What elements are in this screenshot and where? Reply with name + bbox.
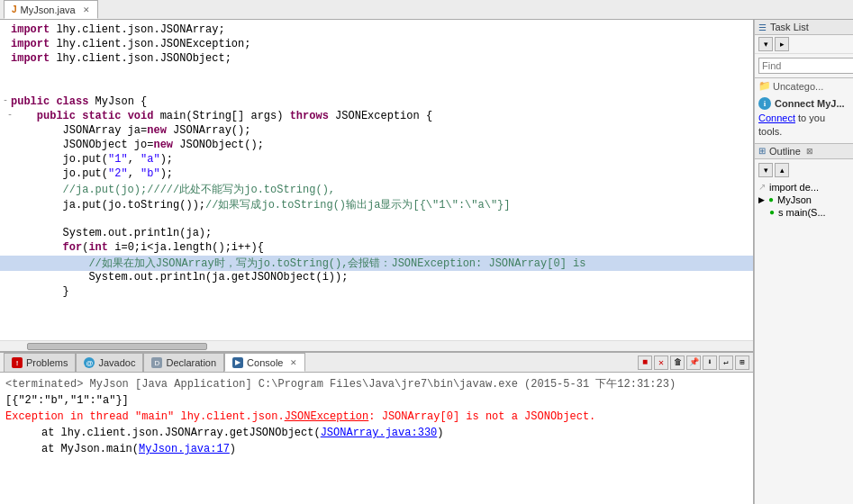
outline-btn-1[interactable]: ▾ — [758, 163, 773, 177]
code-line: System.out.println(ja.getJSONObject(i)); — [0, 271, 753, 285]
code-line: JSONObject jo=new JSONObject(); — [0, 139, 753, 153]
outline-btn-2[interactable]: ▴ — [775, 163, 789, 177]
connect-description: Connect to youtools. — [758, 112, 849, 140]
code-content: import lhy.client.json.JSONArray; import… — [0, 20, 753, 303]
horizontal-scrollbar[interactable] — [0, 340, 753, 351]
code-line — [0, 212, 753, 227]
outline-tab-indicator: ⊠ — [806, 147, 813, 156]
task-list-icon: ☰ — [758, 22, 767, 32]
outline-item-method[interactable]: ● s main(S... — [758, 206, 849, 219]
outline-import-label: import de... — [769, 182, 819, 193]
outline-item-class[interactable]: ▶ ● MyJson — [758, 194, 849, 206]
tab-problems-label: Problems — [26, 357, 68, 368]
java-file-icon: J — [12, 4, 17, 14]
class-expand-icon: ▶ — [758, 195, 765, 204]
code-line: jo.put("2", "b"); — [0, 167, 753, 182]
task-list-header: ☰ Task List — [755, 20, 853, 35]
stop-button[interactable]: ■ — [638, 356, 652, 370]
scroll-lock-button[interactable]: ⬇ — [703, 356, 717, 370]
task-list-title: Task List — [770, 22, 809, 32]
outline-title: Outline — [769, 146, 801, 157]
code-line — [0, 67, 753, 81]
code-line: } — [0, 285, 753, 300]
pin-button[interactable]: 📌 — [686, 356, 701, 370]
code-line — [0, 81, 753, 95]
tab-console-label: Console — [247, 357, 283, 368]
code-line: import lhy.client.json.JSONArray; — [0, 23, 753, 38]
code-line: //ja.put(jo);/////此处不能写为jo.toString(), — [0, 182, 753, 197]
find-section: 🔍 — [755, 54, 853, 78]
trace-link-2[interactable]: MyJson.java:17 — [139, 443, 230, 455]
uncategorized-label: Uncatego... — [773, 81, 823, 92]
task-toolbar: ▾ ▸ — [755, 35, 853, 54]
console-close-icon[interactable]: ✕ — [290, 358, 297, 367]
console-toolbar: ■ ✕ 🗑 📌 ⬇ ↵ ⊞ — [638, 356, 753, 370]
connect-link[interactable]: Connect — [758, 112, 795, 123]
editor-tab-bar: J MyJson.java ✕ — [0, 0, 853, 20]
code-editor[interactable]: import lhy.client.json.JSONArray; import… — [0, 20, 753, 340]
terminate-button[interactable]: ✕ — [654, 356, 668, 370]
outline-toolbar: ▾ ▴ — [758, 163, 849, 177]
console-trace-line-2: at MyJson.main(MyJson.java:17) — [5, 441, 748, 457]
method-circle-icon: ● — [769, 207, 775, 217]
find-input[interactable] — [758, 58, 853, 74]
console-error-line: Exception in thread "main" lhy.client.js… — [5, 409, 748, 425]
bottom-tab-bar: ! Problems @ Javadoc D Declaration ▶ Con… — [0, 353, 753, 373]
outline-icon: ⊞ — [758, 146, 766, 156]
code-line-highlighted: //如果在加入JSONArray时，写为jo.toString(),会报错：JS… — [0, 256, 753, 271]
task-btn-1[interactable]: ▾ — [758, 37, 773, 51]
tab-declaration-label: Declaration — [166, 357, 216, 368]
outline-header: ⊞ Outline ⊠ — [755, 144, 853, 159]
connect-title: Connect MyJ... — [775, 98, 845, 109]
tab-problems[interactable]: ! Problems — [4, 353, 76, 372]
info-icon: i — [758, 97, 771, 110]
editor-tab-myjson[interactable]: J MyJson.java ✕ — [4, 0, 98, 19]
outline-method-label: s main(S... — [778, 207, 826, 218]
open-console-button[interactable]: ⊞ — [735, 356, 749, 370]
clear-button[interactable]: 🗑 — [670, 356, 685, 370]
tab-javadoc-label: Javadoc — [98, 357, 135, 368]
problems-icon: ! — [12, 357, 23, 368]
console-trace-line-1: at lhy.client.json.JSONArray.getJSONObje… — [5, 425, 748, 441]
uncategorized-item[interactable]: 📁 Uncatego... — [755, 78, 853, 94]
console-icon: ▶ — [232, 357, 243, 368]
word-wrap-button[interactable]: ↵ — [719, 356, 733, 370]
close-icon[interactable]: ✕ — [83, 5, 90, 14]
right-panel: ☰ Task List ▾ ▸ 🔍 📁 Uncatego... i Connec… — [754, 20, 853, 504]
task-btn-2[interactable]: ▸ — [775, 37, 789, 51]
console-terminated-line: <terminated> MyJson [Java Application] C… — [5, 376, 748, 392]
javadoc-icon: @ — [84, 357, 95, 368]
connect-section: i Connect MyJ... Connect to youtools. — [755, 94, 853, 144]
code-line: System.out.println(ja); — [0, 227, 753, 241]
tab-declaration[interactable]: D Declaration — [143, 353, 224, 372]
code-line: - public class MyJson { — [0, 95, 753, 110]
bottom-panel: ! Problems @ Javadoc D Declaration ▶ Con… — [0, 351, 753, 504]
tab-console[interactable]: ▶ Console ✕ — [224, 353, 305, 372]
code-line: ja.put(jo.toString());//如果写成jo.toString(… — [0, 197, 753, 212]
outline-class-label: MyJson — [777, 194, 812, 205]
folder-icon: 📁 — [758, 80, 771, 92]
main-area: import lhy.client.json.JSONArray; import… — [0, 20, 853, 504]
class-icon: ● — [768, 194, 774, 204]
editor-panel: import lhy.client.json.JSONArray; import… — [0, 20, 754, 504]
code-line: JSONArray ja=new JSONArray(); — [0, 124, 753, 139]
tab-javadoc[interactable]: @ Javadoc — [76, 353, 143, 372]
code-line: - public static void main(String[] args)… — [0, 110, 753, 124]
code-line: import lhy.client.json.JSONException; — [0, 38, 753, 52]
outline-section: ⊞ Outline ⊠ ▾ ▴ ↗ import de... ▶ ● MyJso… — [755, 144, 853, 504]
find-row: 🔍 — [758, 58, 849, 74]
outline-item-import[interactable]: ↗ import de... — [758, 181, 849, 194]
console-output-line: [{"2":"b","1":"a"}] — [5, 392, 748, 409]
editor-tab-label: MyJson.java — [21, 4, 76, 15]
declaration-icon: D — [151, 357, 162, 368]
code-line: for(int i=0;i<ja.length();i++){ — [0, 241, 753, 256]
connect-header: i Connect MyJ... — [758, 97, 849, 110]
code-line: jo.put("1", "a"); — [0, 153, 753, 167]
trace-link-1[interactable]: JSONArray.java:330 — [321, 427, 438, 439]
h-scroll-thumb[interactable] — [27, 343, 207, 350]
console-output: <terminated> MyJson [Java Application] C… — [0, 373, 753, 504]
import-icon: ↗ — [758, 182, 766, 192]
outline-content: ▾ ▴ ↗ import de... ▶ ● MyJson ● s main(S… — [755, 159, 853, 222]
code-line: import lhy.client.json.JSONObject; — [0, 52, 753, 67]
